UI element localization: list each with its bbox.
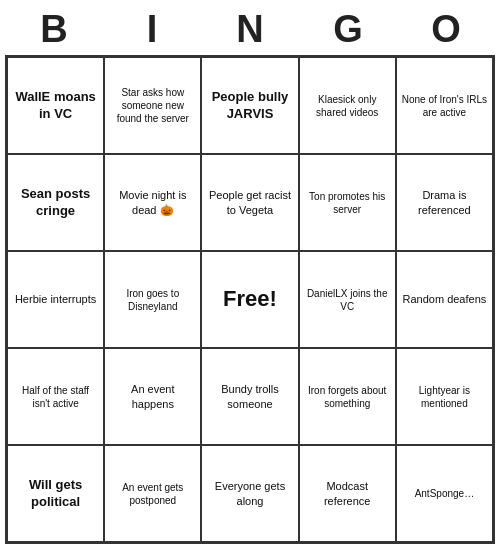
bingo-letter-I: I (107, 8, 197, 51)
bingo-grid: WallE moans in VCStar asks how someone n… (5, 55, 495, 544)
bingo-cell-10: Herbie interrupts (7, 251, 104, 348)
bingo-header: BINGO (5, 0, 495, 55)
bingo-cell-2: People bully JARVIS (201, 57, 298, 154)
bingo-cell-5: Sean posts cringe (7, 154, 104, 251)
bingo-cell-23: Modcast reference (299, 445, 396, 542)
bingo-cell-4: None of Iron's IRLs are active (396, 57, 493, 154)
bingo-cell-13: DanielLX joins the VC (299, 251, 396, 348)
bingo-cell-7: People get racist to Vegeta (201, 154, 298, 251)
bingo-cell-19: Lightyear is mentioned (396, 348, 493, 445)
bingo-letter-O: O (401, 8, 491, 51)
bingo-cell-12: Free! (201, 251, 298, 348)
bingo-cell-21: An event gets postponed (104, 445, 201, 542)
bingo-letter-B: B (9, 8, 99, 51)
bingo-cell-24: AntSponge… (396, 445, 493, 542)
bingo-cell-17: Bundy trolls someone (201, 348, 298, 445)
bingo-letter-N: N (205, 8, 295, 51)
bingo-cell-0: WallE moans in VC (7, 57, 104, 154)
bingo-cell-3: Klaesick only shared videos (299, 57, 396, 154)
bingo-letter-G: G (303, 8, 393, 51)
bingo-cell-22: Everyone gets along (201, 445, 298, 542)
bingo-cell-16: An event happens (104, 348, 201, 445)
bingo-cell-11: Iron goes to Disneyland (104, 251, 201, 348)
bingo-cell-15: Half of the staff isn't active (7, 348, 104, 445)
bingo-cell-9: Drama is referenced (396, 154, 493, 251)
bingo-cell-20: Will gets political (7, 445, 104, 542)
bingo-cell-6: Movie night is dead 🎃 (104, 154, 201, 251)
bingo-cell-1: Star asks how someone new found the serv… (104, 57, 201, 154)
bingo-cell-18: Iron forgets about something (299, 348, 396, 445)
bingo-cell-8: Ton promotes his server (299, 154, 396, 251)
bingo-cell-14: Random deafens (396, 251, 493, 348)
